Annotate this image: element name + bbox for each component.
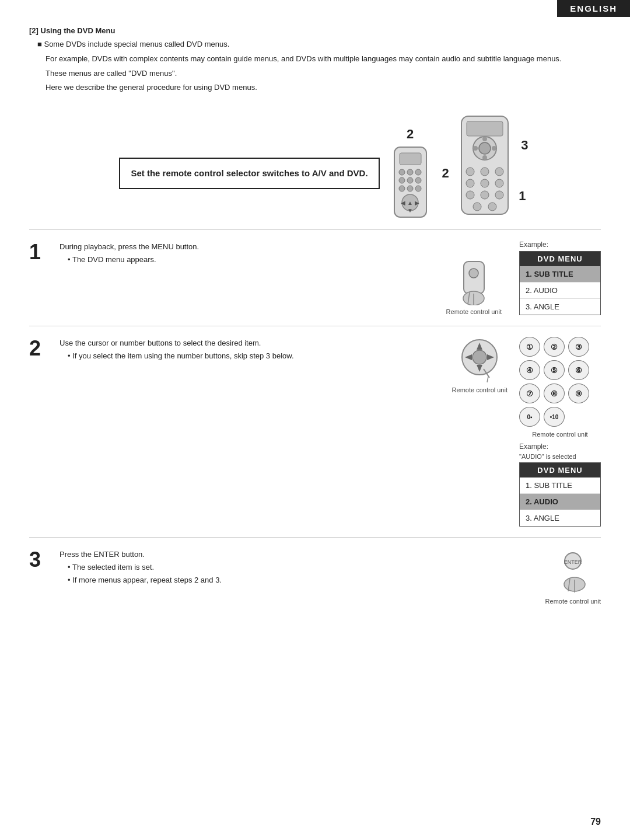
illus-step2-label: 2 [407,127,414,142]
step-3-text: Press the ENTER button. • The selected i… [60,548,473,587]
svg-point-21 [473,146,478,151]
section-title: [2] Using the DVD Menu [29,26,601,35]
svg-point-32 [495,191,503,199]
step-2-example-label: Example: [519,442,601,451]
svg-point-4 [415,169,421,175]
numpad-10: •10 [544,407,565,427]
svg-point-20 [482,155,487,160]
english-label: ENGLISH [557,0,630,17]
numpad-3: ③ [568,337,589,357]
svg-text:▶: ▶ [415,200,419,206]
step-1-remote: Remote control unit [446,259,502,315]
svg-point-6 [407,177,413,183]
svg-point-8 [399,186,405,191]
page-number: 79 [590,817,601,827]
numpad-5: ⑤ [544,360,565,380]
svg-point-23 [479,142,491,154]
step-1-remote-caption: Remote control unit [446,308,502,315]
step-2-numpad-caption: Remote control unit [519,431,601,438]
svg-point-22 [492,146,496,151]
step-2-row: 2 Use the cursor or number buttons to se… [29,326,601,537]
step-1-dvd-menu: DVD MENU 1. SUB TITLE 2. AUDIO 3. ANGLE [519,251,601,315]
illustration-area: Set the remote control selector switches… [29,103,601,220]
svg-point-41 [473,350,487,364]
numpad-2: ② [544,337,565,357]
step-2-menu-item-3: 3. ANGLE [520,510,600,526]
step-1-example-label: Example: [519,241,601,249]
step-3-bullet-2: • If more menus appear, repeat steps 2 a… [68,574,473,587]
step-2-dvd-menu: DVD MENU 1. SUB TITLE 2. AUDIO 3. ANGLE [519,462,601,527]
numpad-1: ① [519,337,540,357]
step-3-bullet-1: • The selected item is set. [68,561,473,574]
step-2-dvd-menu-title: DVD MENU [520,463,600,477]
step-1-menu-item-3: 3. ANGLE [520,299,600,315]
numpad-4: ④ [519,360,540,380]
svg-point-9 [407,186,413,191]
svg-point-2 [399,169,405,175]
svg-point-5 [399,177,405,183]
step-2-numpad: ① ② ③ ④ ⑤ ⑥ ⑦ ⑧ ⑨ 0▪ •10 [519,337,601,428]
svg-point-34 [488,203,496,211]
para-3: These menus are called "DVD menus". [46,68,601,80]
step-2-bullet-1: • If you select the item using the numbe… [68,350,452,363]
numpad-9: ⑨ [568,384,589,403]
step-1-text: During playback, press the MENU button. … [60,241,446,266]
step-3-remote-caption: Remote control unit [545,598,601,605]
step-1-menu-item-1: 1. SUB TITLE [520,266,600,283]
svg-text:▼: ▼ [407,207,413,214]
step-2-visuals: Remote control unit ① ② ③ ④ ⑤ ⑥ ⑦ ⑧ ⑨ 0▪ [452,337,601,527]
step-1-dvd-menu-title: DVD MENU [520,252,600,266]
svg-point-7 [415,177,421,183]
remote-right-svg [459,113,511,218]
svg-text:▲: ▲ [407,200,413,206]
svg-point-25 [481,168,489,176]
illus-step3-label: 3 [521,138,528,153]
step-2-nav-remote: Remote control unit [452,337,508,393]
svg-rect-1 [400,153,421,165]
step3-enter-svg: ENTER [557,548,589,595]
step-3-remote: ENTER Remote control unit [545,548,601,605]
step-2-example-sub: "AUDIO" is selected [519,453,601,460]
step-1-menu-item-2: 2. AUDIO [520,283,600,299]
numpad-0: 0▪ [519,407,540,427]
svg-point-27 [466,179,474,187]
svg-text:ENTER: ENTER [564,559,582,565]
step-1-bullet-1: • The DVD menu appears. [68,253,446,266]
para-4: Here we describe the general procedure f… [46,82,601,94]
numpad-8: ⑧ [544,384,565,403]
set-remote-box: Set the remote control selector switches… [119,158,379,190]
svg-point-36 [469,269,478,278]
step-3-number: 3 [29,549,60,570]
remote-left-svg: ▲ ◀ ▶ ▼ [391,144,429,220]
svg-point-19 [482,137,487,141]
para-2: For example, DVDs with complex contents … [46,53,601,65]
step-2-right: ① ② ③ ④ ⑤ ⑥ ⑦ ⑧ ⑨ 0▪ •10 Remote control … [519,337,601,527]
illus-step1-label: 1 [519,189,526,204]
svg-point-33 [473,203,481,211]
step-3-row: 3 Press the ENTER button. • The selected… [29,537,601,615]
svg-point-31 [481,191,489,199]
svg-line-47 [487,377,488,382]
svg-point-3 [407,169,413,175]
step-2-number: 2 [29,338,60,359]
step-1-row: 1 During playback, press the MENU button… [29,229,601,326]
svg-rect-17 [467,121,503,136]
svg-point-26 [495,168,503,176]
numpad-6: ⑥ [568,360,589,380]
step-2-remote-caption: Remote control unit [452,386,508,393]
step1-remote-hand-svg [458,259,490,305]
step2-nav-svg [459,337,500,384]
step-3-visuals: ENTER Remote control unit [473,548,601,605]
svg-point-24 [466,168,474,176]
step-1-number: 1 [29,242,60,263]
step-2-text: Use the cursor or number buttons to sele… [60,337,452,363]
svg-point-10 [415,186,421,191]
svg-text:◀: ◀ [401,200,405,206]
step-1-example: Example: DVD MENU 1. SUB TITLE 2. AUDIO … [519,241,601,315]
step-2-menu-item-1: 1. SUB TITLE [520,477,600,494]
svg-point-28 [481,179,489,187]
step-1-visuals: Remote control unit Example: DVD MENU 1.… [446,241,601,315]
numpad-7: ⑦ [519,384,540,403]
illus-step2b-label: 2 [442,166,449,181]
para-1: ■ Some DVDs include special menus called… [37,39,601,51]
